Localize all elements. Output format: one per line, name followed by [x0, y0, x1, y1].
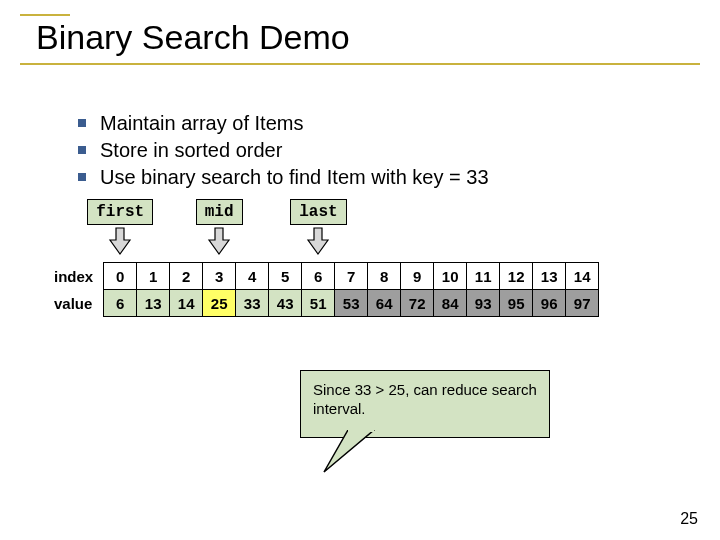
value-cell: 13	[137, 290, 170, 317]
value-cell: 72	[401, 290, 434, 317]
array-table: index 01234567891011121314 value 6131425…	[48, 262, 599, 317]
value-cell: 43	[269, 290, 302, 317]
bullet-item: Maintain array of Items	[78, 110, 690, 137]
value-cell: 64	[368, 290, 401, 317]
index-cell: 6	[302, 263, 335, 290]
index-cell: 0	[104, 263, 137, 290]
index-cell: 4	[236, 263, 269, 290]
index-cell: 2	[170, 263, 203, 290]
pointer-label-first: first	[87, 199, 153, 225]
svg-marker-2	[308, 228, 328, 254]
bullet-item: Store in sorted order	[78, 137, 690, 164]
index-cell: 3	[203, 263, 236, 290]
index-cell: 7	[335, 263, 368, 290]
bullet-list: Maintain array of Items Store in sorted …	[38, 110, 690, 191]
callout-tail-icon	[320, 430, 380, 474]
arrow-down-icon	[207, 226, 231, 256]
callout-box: Since 33 > 25, can reduce search interva…	[300, 370, 550, 438]
value-cell: 14	[170, 290, 203, 317]
value-cell: 6	[104, 290, 137, 317]
index-cell: 1	[137, 263, 170, 290]
pointer-label-mid: mid	[196, 199, 243, 225]
index-cell: 11	[467, 263, 500, 290]
value-cell: 97	[566, 290, 599, 317]
index-cell: 13	[533, 263, 566, 290]
arrow-down-icon	[108, 226, 132, 256]
index-cell: 8	[368, 263, 401, 290]
row-header-index: index	[48, 263, 104, 290]
slide-title: Binary Search Demo	[20, 18, 700, 61]
index-cell: 5	[269, 263, 302, 290]
value-cell: 96	[533, 290, 566, 317]
index-cell: 12	[500, 263, 533, 290]
value-cell: 53	[335, 290, 368, 317]
index-cell: 9	[401, 263, 434, 290]
svg-marker-1	[209, 228, 229, 254]
svg-marker-3	[324, 430, 374, 472]
pointer-label-last: last	[290, 199, 346, 225]
value-cell: 51	[302, 290, 335, 317]
index-cell: 10	[434, 263, 467, 290]
page-number: 25	[680, 510, 698, 528]
value-cell: 93	[467, 290, 500, 317]
value-cell: 25	[203, 290, 236, 317]
value-cell: 33	[236, 290, 269, 317]
arrow-down-icon	[306, 226, 330, 256]
value-cell: 84	[434, 290, 467, 317]
bullet-item: Use binary search to find Item with key …	[78, 164, 690, 191]
row-header-value: value	[48, 290, 104, 317]
index-cell: 14	[566, 263, 599, 290]
value-cell: 95	[500, 290, 533, 317]
svg-marker-0	[110, 228, 130, 254]
